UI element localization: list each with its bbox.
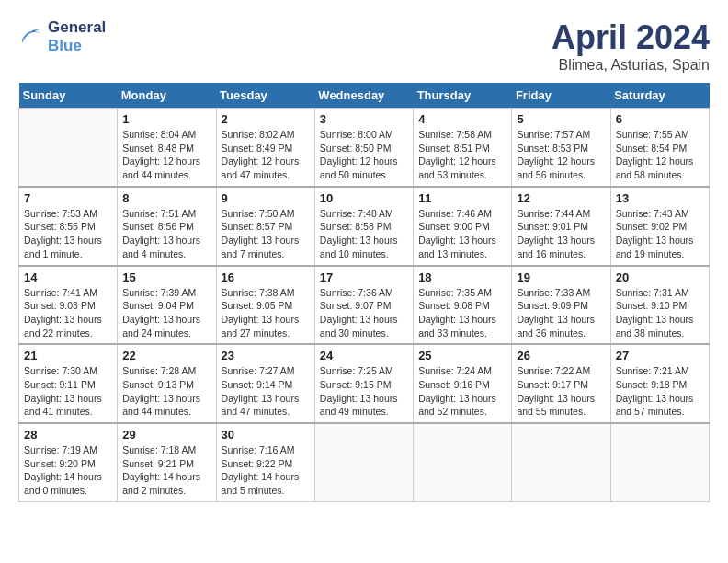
calendar-cell: 22 Sunrise: 7:28 AM Sunset: 9:13 PM Dayl…: [118, 344, 216, 423]
day-number: 29: [122, 428, 210, 442]
logo: General Blue: [18, 18, 106, 55]
day-info: Sunrise: 7:35 AM Sunset: 9:08 PM Dayligh…: [418, 286, 506, 340]
calendar-cell: 1 Sunrise: 8:04 AM Sunset: 8:48 PM Dayli…: [118, 109, 216, 187]
daylight-text: Daylight: 14 hours and 0 minutes.: [24, 470, 112, 497]
sunrise-text: Sunrise: 7:43 AM: [616, 207, 704, 221]
day-number: 9: [222, 191, 310, 205]
daylight-text: Daylight: 12 hours and 56 minutes.: [517, 155, 605, 181]
calendar-week-row: 7 Sunrise: 7:53 AM Sunset: 8:55 PM Dayli…: [19, 187, 710, 266]
sunrise-text: Sunrise: 8:04 AM: [122, 128, 210, 142]
day-info: Sunrise: 7:44 AM Sunset: 9:01 PM Dayligh…: [517, 207, 605, 261]
calendar-subtitle: Blimea, Asturias, Spain: [552, 57, 710, 74]
day-info: Sunrise: 8:00 AM Sunset: 8:50 PM Dayligh…: [320, 128, 408, 182]
calendar-cell: 2 Sunrise: 8:02 AM Sunset: 8:49 PM Dayli…: [216, 109, 314, 187]
calendar-cell: 15 Sunrise: 7:39 AM Sunset: 9:04 PM Dayl…: [118, 266, 216, 345]
sunrise-text: Sunrise: 7:25 AM: [320, 364, 408, 378]
sunset-text: Sunset: 9:22 PM: [222, 457, 310, 471]
sunset-text: Sunset: 8:58 PM: [320, 220, 408, 234]
day-number: 7: [24, 191, 112, 205]
daylight-text: Daylight: 13 hours and 38 minutes.: [616, 313, 704, 339]
sunrise-text: Sunrise: 7:22 AM: [517, 364, 605, 378]
calendar-cell: 10 Sunrise: 7:48 AM Sunset: 8:58 PM Dayl…: [314, 187, 413, 266]
day-number: 27: [616, 349, 704, 362]
calendar-week-row: 14 Sunrise: 7:41 AM Sunset: 9:03 PM Dayl…: [19, 266, 710, 345]
calendar-cell: 16 Sunrise: 7:38 AM Sunset: 9:05 PM Dayl…: [216, 266, 314, 345]
sunrise-text: Sunrise: 7:50 AM: [222, 207, 310, 221]
calendar-cell: [314, 423, 413, 501]
header-saturday: Saturday: [610, 83, 709, 109]
calendar-cell: 17 Sunrise: 7:36 AM Sunset: 9:07 PM Dayl…: [314, 266, 413, 345]
daylight-text: Daylight: 13 hours and 52 minutes.: [418, 392, 506, 419]
day-number: 8: [122, 191, 210, 205]
day-info: Sunrise: 7:39 AM Sunset: 9:04 PM Dayligh…: [122, 286, 210, 340]
calendar-cell: [19, 109, 118, 187]
sunrise-text: Sunrise: 7:41 AM: [24, 286, 112, 300]
sunrise-text: Sunrise: 7:24 AM: [418, 364, 506, 378]
day-number: 12: [517, 191, 605, 205]
sunset-text: Sunset: 9:20 PM: [24, 457, 112, 471]
day-info: Sunrise: 8:04 AM Sunset: 8:48 PM Dayligh…: [122, 128, 210, 182]
calendar-cell: 21 Sunrise: 7:30 AM Sunset: 9:11 PM Dayl…: [19, 344, 118, 423]
day-number: 6: [616, 112, 704, 126]
calendar-cell: 19 Sunrise: 7:33 AM Sunset: 9:09 PM Dayl…: [512, 266, 610, 345]
calendar-week-row: 21 Sunrise: 7:30 AM Sunset: 9:11 PM Dayl…: [19, 344, 710, 423]
day-info: Sunrise: 7:19 AM Sunset: 9:20 PM Dayligh…: [24, 443, 112, 498]
header-wednesday: Wednesday: [314, 83, 413, 109]
calendar-cell: 3 Sunrise: 8:00 AM Sunset: 8:50 PM Dayli…: [314, 109, 413, 187]
sunset-text: Sunset: 9:05 PM: [222, 299, 310, 313]
day-number: 22: [122, 349, 210, 362]
day-number: 19: [517, 270, 605, 284]
sunrise-text: Sunrise: 7:46 AM: [418, 207, 506, 221]
sunrise-text: Sunrise: 7:16 AM: [222, 443, 310, 457]
day-info: Sunrise: 7:21 AM Sunset: 9:18 PM Dayligh…: [616, 364, 704, 419]
daylight-text: Daylight: 13 hours and 41 minutes.: [24, 392, 112, 419]
day-info: Sunrise: 8:02 AM Sunset: 8:49 PM Dayligh…: [222, 128, 310, 182]
sunset-text: Sunset: 9:07 PM: [320, 299, 408, 313]
sunrise-text: Sunrise: 7:18 AM: [122, 443, 210, 457]
day-info: Sunrise: 7:48 AM Sunset: 8:58 PM Dayligh…: [320, 207, 408, 261]
sunset-text: Sunset: 8:50 PM: [320, 142, 408, 155]
calendar-header-row: SundayMondayTuesdayWednesdayThursdayFrid…: [19, 83, 710, 109]
day-number: 16: [222, 270, 310, 284]
day-info: Sunrise: 7:53 AM Sunset: 8:55 PM Dayligh…: [24, 207, 112, 261]
daylight-text: Daylight: 12 hours and 50 minutes.: [320, 155, 408, 181]
daylight-text: Daylight: 13 hours and 22 minutes.: [24, 313, 112, 339]
day-info: Sunrise: 7:18 AM Sunset: 9:21 PM Dayligh…: [122, 443, 210, 498]
calendar-cell: 28 Sunrise: 7:19 AM Sunset: 9:20 PM Dayl…: [19, 423, 118, 501]
logo-icon: [18, 27, 44, 47]
sunset-text: Sunset: 9:15 PM: [320, 378, 408, 392]
sunset-text: Sunset: 9:04 PM: [122, 299, 210, 313]
day-number: 5: [517, 112, 605, 126]
sunset-text: Sunset: 9:10 PM: [616, 299, 704, 313]
daylight-text: Daylight: 13 hours and 55 minutes.: [517, 392, 605, 419]
day-number: 18: [418, 270, 506, 284]
sunrise-text: Sunrise: 7:51 AM: [122, 207, 210, 221]
daylight-text: Daylight: 13 hours and 27 minutes.: [222, 313, 310, 339]
day-number: 1: [122, 112, 210, 126]
calendar-cell: 7 Sunrise: 7:53 AM Sunset: 8:55 PM Dayli…: [19, 187, 118, 266]
title-block: April 2024 Blimea, Asturias, Spain: [552, 18, 710, 74]
sunset-text: Sunset: 8:57 PM: [222, 220, 310, 234]
daylight-text: Daylight: 12 hours and 44 minutes.: [122, 155, 210, 181]
day-number: 25: [418, 349, 506, 362]
calendar-cell: 18 Sunrise: 7:35 AM Sunset: 9:08 PM Dayl…: [414, 266, 512, 345]
sunrise-text: Sunrise: 7:55 AM: [616, 128, 704, 142]
day-info: Sunrise: 7:22 AM Sunset: 9:17 PM Dayligh…: [517, 364, 605, 419]
day-number: 23: [222, 349, 310, 362]
sunrise-text: Sunrise: 8:02 AM: [222, 128, 310, 142]
day-number: 30: [222, 428, 310, 442]
daylight-text: Daylight: 13 hours and 16 minutes.: [517, 234, 605, 260]
sunset-text: Sunset: 8:51 PM: [418, 142, 506, 155]
calendar-cell: 12 Sunrise: 7:44 AM Sunset: 9:01 PM Dayl…: [512, 187, 610, 266]
calendar-cell: 30 Sunrise: 7:16 AM Sunset: 9:22 PM Dayl…: [216, 423, 314, 501]
daylight-text: Daylight: 13 hours and 47 minutes.: [222, 392, 310, 419]
day-number: 4: [418, 112, 506, 126]
sunset-text: Sunset: 9:21 PM: [122, 457, 210, 471]
calendar-cell: 27 Sunrise: 7:21 AM Sunset: 9:18 PM Dayl…: [610, 344, 709, 423]
sunrise-text: Sunrise: 7:28 AM: [122, 364, 210, 378]
day-number: 3: [320, 112, 408, 126]
day-info: Sunrise: 7:43 AM Sunset: 9:02 PM Dayligh…: [616, 207, 704, 261]
daylight-text: Daylight: 13 hours and 1 minute.: [24, 234, 112, 260]
sunrise-text: Sunrise: 7:30 AM: [24, 364, 112, 378]
logo-text: General Blue: [48, 18, 106, 55]
